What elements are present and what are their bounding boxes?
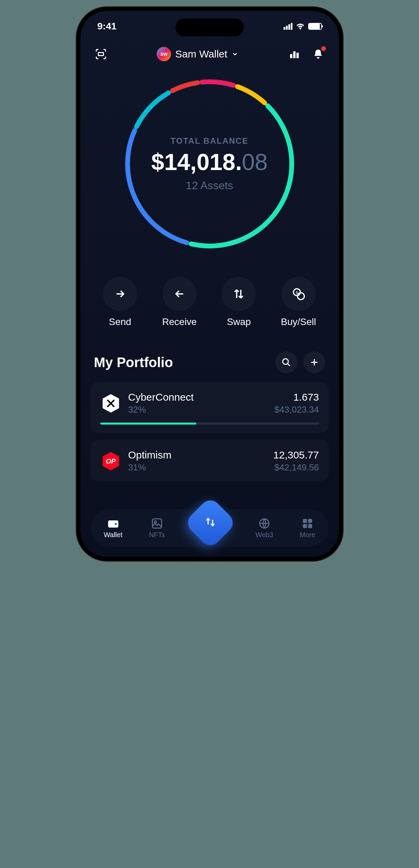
notch <box>175 18 244 36</box>
action-row: Send Receive Swap $ Buy/Sell <box>80 270 339 341</box>
buysell-button[interactable]: $ Buy/Sell <box>281 277 316 327</box>
swap-icon <box>222 277 256 311</box>
more-icon <box>301 517 314 530</box>
nav-nfts[interactable]: NFTs <box>149 517 165 539</box>
nav-wallet[interactable]: Wallet <box>104 517 122 539</box>
search-icon <box>281 358 291 367</box>
svg-rect-18 <box>303 524 307 528</box>
svg-rect-17 <box>308 519 312 523</box>
scan-icon[interactable] <box>94 47 108 61</box>
asset-amount: 12,305.77 <box>273 449 319 461</box>
svg-text:OP: OP <box>106 457 116 465</box>
exchange-icon <box>204 515 217 529</box>
balance-donut: TOTAL BALANCE $14,018.08 12 Assets <box>121 75 299 253</box>
status-icons <box>284 23 322 30</box>
send-label: Send <box>109 316 131 327</box>
swap-button[interactable]: Swap <box>222 277 256 327</box>
wifi-icon <box>296 23 305 30</box>
asset-name: CyberConnect <box>128 391 268 403</box>
bottom-nav: Wallet NFTs Web3 More <box>91 509 329 547</box>
wallet-name: Sam Wallet <box>175 48 227 60</box>
asset-icon <box>100 393 121 414</box>
phone-frame: 9:41 SW Sam Wallet <box>76 7 343 561</box>
receive-button[interactable]: Receive <box>162 277 197 327</box>
search-button[interactable] <box>275 351 297 373</box>
portfolio-header: My Portfolio <box>80 341 339 382</box>
asset-amount: 1.673 <box>274 391 319 403</box>
wallet-selector[interactable]: SW Sam Wallet <box>157 47 238 61</box>
svg-point-5 <box>297 293 304 300</box>
svg-point-12 <box>115 523 117 525</box>
asset-card[interactable]: CyberConnect 32% 1.673 $43,023.34 <box>91 382 329 433</box>
swap-label: Swap <box>227 316 251 327</box>
signal-icon <box>284 23 292 30</box>
portfolio-title: My Portfolio <box>94 355 173 370</box>
buysell-icon: $ <box>281 277 316 311</box>
asset-icon: OP <box>100 451 121 472</box>
wallet-icon <box>107 517 119 530</box>
receive-icon <box>162 277 197 311</box>
svg-rect-16 <box>303 519 307 523</box>
svg-rect-1 <box>290 54 292 58</box>
asset-name: Optimism <box>128 449 267 461</box>
svg-point-14 <box>154 521 156 523</box>
svg-rect-3 <box>297 53 299 58</box>
nav-more[interactable]: More <box>300 517 315 539</box>
chevron-down-icon <box>232 51 238 57</box>
notification-dot <box>321 46 326 51</box>
buysell-label: Buy/Sell <box>281 316 316 327</box>
asset-progress <box>100 423 319 425</box>
phone-screen: 9:41 SW Sam Wallet <box>80 11 339 557</box>
portfolio-list: CyberConnect 32% 1.673 $43,023.34 OP Opt… <box>80 382 339 481</box>
plus-icon <box>310 358 319 367</box>
svg-rect-0 <box>98 53 103 56</box>
svg-rect-13 <box>152 519 161 528</box>
chart-icon[interactable] <box>287 47 301 61</box>
notifications-icon[interactable] <box>311 47 325 61</box>
battery-icon <box>308 23 322 30</box>
nfts-icon <box>151 517 163 530</box>
asset-card[interactable]: OP Optimism 31% 12,305.77 $42,149.56 <box>91 440 329 481</box>
wallet-avatar: SW <box>157 47 171 61</box>
send-icon <box>103 277 137 311</box>
asset-usd: $43,023.34 <box>274 404 319 415</box>
donut-chart <box>121 75 299 253</box>
svg-text:$: $ <box>296 290 298 295</box>
send-button[interactable]: Send <box>103 277 137 327</box>
svg-point-7 <box>283 359 288 364</box>
nav-center-button[interactable] <box>184 496 237 549</box>
top-nav: SW Sam Wallet <box>80 42 339 72</box>
add-button[interactable] <box>303 351 325 373</box>
asset-pct: 32% <box>128 404 268 415</box>
asset-pct: 31% <box>128 462 267 473</box>
asset-usd: $42,149.56 <box>273 462 319 473</box>
web3-icon <box>258 517 271 530</box>
nav-web3[interactable]: Web3 <box>256 517 273 539</box>
status-time: 9:41 <box>97 21 117 32</box>
svg-rect-19 <box>308 524 312 528</box>
receive-label: Receive <box>162 316 197 327</box>
svg-rect-2 <box>293 51 296 58</box>
